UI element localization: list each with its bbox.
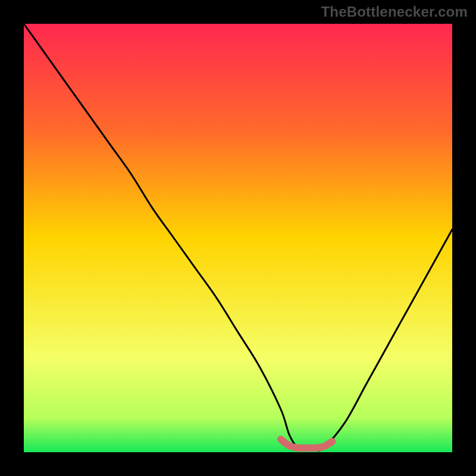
chart-frame: TheBottlenecker.com — [0, 0, 476, 476]
watermark-text: TheBottlenecker.com — [321, 4, 468, 20]
gradient-background — [24, 24, 452, 452]
bottleneck-chart — [24, 24, 452, 452]
